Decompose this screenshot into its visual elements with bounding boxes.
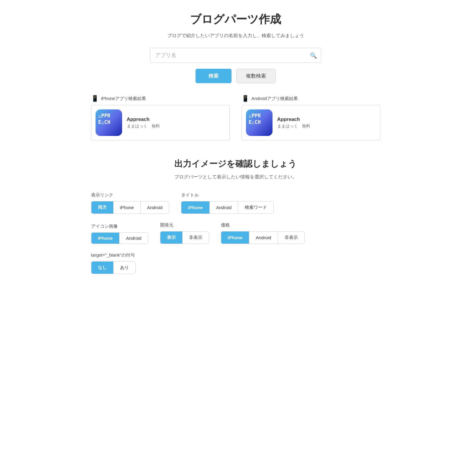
- svg-text:△PPR: △PPR: [98, 113, 111, 119]
- price-iphone[interactable]: iPhone: [221, 232, 250, 244]
- options-row-3: target="_blank"の付与 なし あり: [91, 252, 380, 274]
- price-hide[interactable]: 非表示: [278, 232, 304, 244]
- svg-text:△PPR: △PPR: [249, 113, 261, 119]
- display-link-iphone[interactable]: iPhone: [114, 201, 141, 214]
- developer-hide[interactable]: 非表示: [183, 232, 209, 244]
- android-app-icon: △PPR E△CH: [246, 109, 273, 136]
- price-toggle: iPhone Android 非表示: [221, 231, 305, 244]
- iphone-app-info: Appreach ままはっく 無料: [127, 116, 160, 129]
- title-search-word[interactable]: 検索ワード: [238, 201, 273, 214]
- iphone-result-label: 📱 iPhoneアプリ検索結果: [91, 95, 230, 102]
- iphone-app-detail: ままはっく 無料: [127, 124, 160, 129]
- search-area: 🔍 検索 複数検索: [91, 48, 380, 83]
- icon-iphone[interactable]: iPhone: [91, 233, 120, 244]
- iphone-label-text: iPhoneアプリ検索結果: [101, 96, 146, 102]
- android-result-label: 📱 Androidアプリ検索結果: [242, 95, 380, 102]
- price-android[interactable]: Android: [249, 232, 278, 244]
- search-input-wrap: 🔍: [150, 48, 321, 63]
- page-title: ブログパーツ作成: [91, 12, 380, 27]
- output-sub: ブログパーツとして表示したい情報を選択してください。: [91, 174, 380, 180]
- options-row-1: 表示リンク 両方 iPhone Android タイトル iPhone Andr…: [91, 192, 380, 214]
- title-android[interactable]: Android: [210, 201, 238, 214]
- search-input[interactable]: [150, 48, 321, 63]
- android-app-card[interactable]: △PPR E△CH Appreach ままはっく 無料: [242, 105, 380, 140]
- target-blank-label: target="_blank"の付与: [91, 252, 136, 258]
- title-toggle: iPhone Android 検索ワード: [181, 201, 274, 214]
- display-link-label: 表示リンク: [91, 192, 170, 198]
- icon-image-group: アイコン画像 iPhone Android: [91, 223, 148, 244]
- button-row: 検索 複数検索: [196, 69, 276, 83]
- svg-text:E△CH: E△CH: [98, 119, 110, 125]
- android-label-text: Androidアプリ検索結果: [252, 96, 298, 102]
- output-title: 出力イメージを確認しましょう: [91, 158, 380, 170]
- svg-text:E△CH: E△CH: [249, 119, 261, 125]
- search-icon: 🔍: [310, 52, 317, 59]
- iphone-icon: 📱: [91, 95, 99, 102]
- display-link-android[interactable]: Android: [141, 201, 169, 214]
- android-app-info: Appreach ままはっく 無料: [277, 116, 310, 129]
- target-none[interactable]: なし: [91, 262, 114, 274]
- target-toggle: なし あり: [91, 261, 136, 274]
- iphone-app-name: Appreach: [127, 116, 160, 122]
- developer-show[interactable]: 表示: [160, 232, 183, 244]
- search-button[interactable]: 検索: [196, 69, 232, 83]
- display-link-toggle: 両方 iPhone Android: [91, 201, 170, 214]
- multi-search-button[interactable]: 複数検索: [236, 69, 276, 83]
- icon-android[interactable]: Android: [119, 233, 148, 244]
- target-yes[interactable]: あり: [114, 262, 135, 274]
- results-area: 📱 iPhoneアプリ検索結果 △PPR E△CH Appreach ままはっく…: [91, 95, 380, 140]
- title-opt-label: タイトル: [181, 192, 274, 198]
- display-link-both[interactable]: 両方: [91, 201, 114, 214]
- page-subtitle: ブログで紹介したいアプリの名前を入力し、検索してみましょう: [91, 33, 380, 39]
- android-icon: 📱: [242, 95, 249, 102]
- android-results-col: 📱 Androidアプリ検索結果 △PPR E△CH Appreach ままはっ…: [242, 95, 380, 140]
- iphone-app-icon: △PPR E△CH: [96, 109, 122, 136]
- developer-toggle: 表示 非表示: [160, 231, 209, 244]
- android-app-name: Appreach: [277, 116, 310, 122]
- iphone-app-card[interactable]: △PPR E△CH Appreach ままはっく 無料: [91, 105, 230, 140]
- target-blank-group: target="_blank"の付与 なし あり: [91, 252, 136, 274]
- icon-toggle: iPhone Android: [91, 232, 148, 244]
- price-label: 価格: [221, 222, 305, 228]
- icon-image-label: アイコン画像: [91, 223, 148, 229]
- title-opt-group: タイトル iPhone Android 検索ワード: [181, 192, 274, 214]
- options-row-2: アイコン画像 iPhone Android 開発元 表示 非表示 価格 iPho…: [91, 222, 380, 244]
- iphone-results-col: 📱 iPhoneアプリ検索結果 △PPR E△CH Appreach ままはっく…: [91, 95, 230, 140]
- developer-group: 開発元 表示 非表示: [160, 222, 209, 244]
- title-iphone[interactable]: iPhone: [181, 201, 210, 214]
- price-group: 価格 iPhone Android 非表示: [221, 222, 305, 244]
- android-app-detail: ままはっく 無料: [277, 124, 310, 129]
- developer-label: 開発元: [160, 222, 209, 228]
- display-link-group: 表示リンク 両方 iPhone Android: [91, 192, 170, 214]
